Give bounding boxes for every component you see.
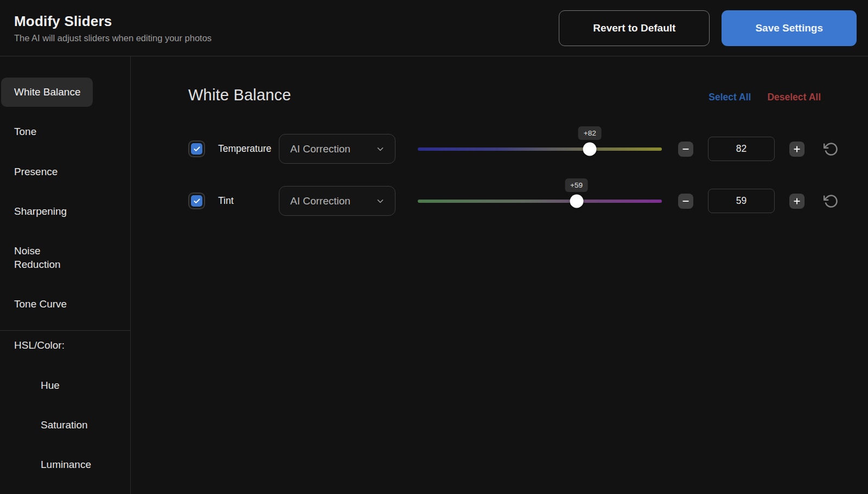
- temperature-slider[interactable]: +82: [418, 134, 662, 164]
- slider-value-tooltip: +59: [565, 178, 588, 192]
- slider-label-temperature: Temperature: [218, 143, 279, 155]
- main-content: White Balance Select All Deselect All Te…: [131, 56, 868, 494]
- slider-track[interactable]: [418, 200, 662, 203]
- sidebar-item-white-balance[interactable]: White Balance: [1, 78, 93, 107]
- chevron-down-icon: [375, 196, 385, 206]
- temperature-checkbox[interactable]: [188, 140, 205, 157]
- tint-value-input[interactable]: [708, 189, 775, 213]
- slider-thumb[interactable]: [570, 194, 583, 208]
- sidebar: White Balance Tone Presence Sharpening N…: [0, 56, 131, 494]
- plus-icon: [793, 197, 801, 206]
- sidebar-item-saturation[interactable]: Saturation: [28, 410, 126, 440]
- tint-decrement-button[interactable]: [678, 194, 693, 209]
- content-header: White Balance Select All Deselect All: [188, 86, 840, 104]
- slider-value-tooltip: +82: [578, 126, 602, 140]
- slider-row-temperature: Temperature AI Correction +82: [188, 134, 840, 164]
- tint-increment-button[interactable]: [789, 194, 805, 209]
- app-header: Modify Sliders The AI will adjust slider…: [0, 0, 868, 56]
- temperature-value-input[interactable]: [708, 137, 775, 161]
- selection-links: Select All Deselect All: [709, 92, 840, 104]
- page-subtitle: The AI will adjust sliders when editing …: [14, 33, 212, 43]
- reset-icon: [824, 194, 839, 209]
- section-heading: White Balance: [188, 86, 291, 104]
- checkbox-box: [191, 143, 202, 155]
- sidebar-item-hue[interactable]: Hue: [28, 371, 126, 400]
- chevron-down-icon: [375, 144, 385, 154]
- sidebar-list: White Balance Tone Presence Sharpening N…: [0, 78, 130, 319]
- sidebar-item-tone[interactable]: Tone: [1, 117, 103, 146]
- minus-icon: [681, 197, 690, 206]
- revert-to-default-button[interactable]: Revert to Default: [559, 10, 710, 46]
- temperature-mode-dropdown[interactable]: AI Correction: [279, 134, 395, 164]
- minus-icon: [681, 145, 690, 153]
- sidebar-section-hsl-color[interactable]: HSL/Color:: [1, 331, 103, 360]
- temperature-increment-button[interactable]: [789, 142, 805, 157]
- sidebar-item-presence[interactable]: Presence: [1, 157, 103, 187]
- check-icon: [193, 197, 201, 205]
- tint-mode-dropdown[interactable]: AI Correction: [279, 186, 395, 216]
- sidebar-hsl-list: HSL/Color: Hue Saturation Luminance: [0, 331, 130, 479]
- sidebar-item-noise-reduction[interactable]: Noise Reduction: [1, 236, 82, 279]
- sidebar-item-luminance[interactable]: Luminance: [28, 450, 126, 479]
- slider-row-tint: Tint AI Correction +59: [188, 186, 840, 216]
- checkbox-box: [191, 195, 202, 207]
- reset-icon: [824, 142, 839, 157]
- page-title: Modify Sliders: [14, 13, 212, 30]
- tint-slider[interactable]: +59: [418, 186, 662, 216]
- select-all-link[interactable]: Select All: [709, 92, 751, 103]
- sidebar-item-tone-curve[interactable]: Tone Curve: [1, 290, 103, 319]
- temperature-decrement-button[interactable]: [678, 142, 693, 157]
- tint-reset-button[interactable]: [822, 193, 840, 210]
- check-icon: [193, 145, 201, 153]
- header-titles: Modify Sliders The AI will adjust slider…: [14, 13, 212, 43]
- deselect-all-link[interactable]: Deselect All: [767, 92, 821, 103]
- header-actions: Revert to Default Save Settings: [559, 10, 857, 46]
- dropdown-selected-value: AI Correction: [290, 143, 350, 155]
- slider-track[interactable]: [418, 147, 662, 151]
- temperature-reset-button[interactable]: [822, 140, 840, 158]
- slider-thumb[interactable]: [583, 142, 597, 156]
- slider-label-tint: Tint: [218, 195, 279, 207]
- tint-checkbox[interactable]: [188, 193, 205, 209]
- sidebar-item-sharpening[interactable]: Sharpening: [1, 197, 103, 226]
- dropdown-selected-value: AI Correction: [290, 195, 350, 207]
- plus-icon: [793, 145, 801, 153]
- save-settings-button[interactable]: Save Settings: [722, 10, 857, 46]
